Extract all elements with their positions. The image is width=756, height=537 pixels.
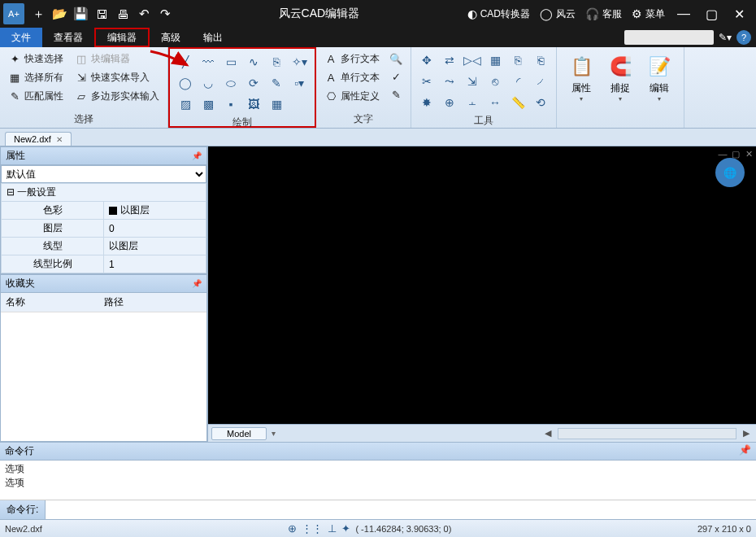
layout-dropdown-icon[interactable]: ▾	[272, 429, 276, 438]
props-section[interactable]: ⊟ 一般设置	[2, 184, 206, 202]
scroll-right-icon[interactable]: ▶	[740, 428, 753, 439]
favorites-body[interactable]	[1, 312, 206, 441]
menu-link[interactable]: ⚙菜单	[632, 7, 665, 21]
menu-viewer[interactable]: 查看器	[42, 28, 94, 47]
saveas-icon[interactable]: 🖫	[93, 5, 111, 23]
circle-tool[interactable]: ◯	[175, 73, 196, 93]
menu-output[interactable]: 输出	[192, 28, 234, 47]
image-tool[interactable]: 🖼	[243, 94, 264, 114]
app-logo[interactable]: A+	[3, 3, 24, 24]
menu-advanced[interactable]: 高级	[150, 28, 192, 47]
prop-val[interactable]: 0	[104, 220, 206, 238]
explode-tool[interactable]: ✸	[416, 93, 437, 112]
model-tab[interactable]: Model	[211, 427, 267, 440]
stretch-tool[interactable]: ↔	[484, 93, 506, 112]
prop-val[interactable]: 以图层	[104, 202, 206, 220]
pin-icon[interactable]: 📌	[739, 444, 751, 458]
align-tool[interactable]: ⫠	[462, 93, 483, 112]
text-extra1[interactable]: 🔍	[386, 50, 406, 67]
menu-file[interactable]: 文件	[0, 28, 42, 47]
table-tool[interactable]: ▦	[266, 94, 287, 114]
quick-select-button[interactable]: ✦快速选择	[5, 50, 67, 68]
snap-button[interactable]: 🧲 捕捉 ▾	[601, 50, 640, 113]
rotate-tool[interactable]: ⟳	[243, 73, 264, 93]
open-icon[interactable]: 📂	[50, 5, 68, 23]
block-editor-button[interactable]: ◫块编辑器	[72, 50, 163, 68]
quick-import-button[interactable]: ⇲快速实体导入	[72, 69, 163, 86]
text-extra2[interactable]: ✓	[386, 68, 406, 85]
scroll-left-icon[interactable]: ◀	[541, 428, 554, 439]
status-grid-icon[interactable]: ⋮⋮	[302, 522, 323, 535]
point-tool[interactable]: ▪	[220, 94, 241, 114]
command-history[interactable]: 选项 选项	[0, 461, 756, 500]
join-tool[interactable]: ⊕	[439, 93, 460, 112]
marker-tool[interactable]: ✎	[266, 73, 287, 93]
trim-tool[interactable]: ✂	[416, 72, 437, 91]
line-tool[interactable]: ╱	[175, 52, 196, 72]
move-tool[interactable]: ✥	[416, 50, 437, 70]
drawing-viewport[interactable]: ― ▢ ✕ 🌐	[208, 146, 756, 424]
edit-button[interactable]: 📝 编辑 ▾	[640, 50, 679, 113]
paste-tool[interactable]: ⎗	[530, 50, 551, 70]
brand-link[interactable]: ◯风云	[540, 7, 576, 21]
prop-val[interactable]: 1	[104, 255, 206, 273]
spline-tool[interactable]: ∿	[243, 52, 264, 72]
redo-icon[interactable]: ↷	[156, 5, 174, 23]
service-link[interactable]: 🎧客服	[585, 7, 622, 21]
scale-tool[interactable]: ⇲	[462, 72, 483, 91]
pin-icon[interactable]: 📌	[192, 279, 202, 288]
command-input[interactable]	[46, 502, 756, 518]
measure-tool[interactable]: 📏	[507, 93, 528, 112]
chamfer-tool[interactable]: ⟋	[530, 72, 551, 91]
horizontal-scrollbar[interactable]: ◀ ▶	[541, 428, 753, 439]
help-icon[interactable]: ?	[736, 30, 751, 45]
break-tool[interactable]: ⎋	[484, 72, 506, 91]
mtext-button[interactable]: A多行文本	[321, 50, 383, 68]
status-ortho-icon[interactable]: ⊥	[328, 522, 337, 535]
minimize-button[interactable]: ―	[671, 2, 696, 26]
offset-tool[interactable]: ⇄	[439, 50, 460, 70]
match-props-button[interactable]: ✎匹配属性	[5, 88, 67, 105]
new-icon[interactable]: ＋	[29, 5, 47, 23]
maximize-button[interactable]: ▢	[699, 2, 723, 26]
print-icon[interactable]: 🖶	[114, 5, 132, 23]
polyline-tool[interactable]: 〰	[198, 52, 219, 72]
rectangle-tool[interactable]: ▭	[220, 52, 241, 72]
arc-tool[interactable]: ◡	[198, 73, 219, 93]
extend-tool[interactable]: ⤳	[439, 72, 460, 91]
fillet-tool[interactable]: ◜	[507, 72, 528, 91]
menu-editor[interactable]: 编辑器	[94, 28, 150, 47]
text-extra3[interactable]: ✎	[386, 86, 406, 103]
mirror-tool[interactable]: ▷◁	[462, 50, 483, 70]
gradient-tool[interactable]: ▩	[198, 94, 219, 114]
undo-icon[interactable]: ↶	[135, 5, 153, 23]
properties-button[interactable]: 📋 属性 ▾	[562, 50, 601, 113]
insert-tool[interactable]: ⎘	[266, 52, 287, 72]
scroll-track[interactable]	[558, 428, 736, 439]
document-tab[interactable]: New2.dxf ✕	[5, 132, 72, 146]
pencil-icon[interactable]: ✎▾	[719, 32, 732, 43]
vp-close-icon[interactable]: ✕	[743, 148, 754, 159]
stext-button[interactable]: A单行文本	[321, 69, 383, 86]
hatch-tool[interactable]: ▨	[175, 94, 196, 114]
search-dropdown[interactable]	[624, 30, 714, 45]
ellipse-tool[interactable]: ⬭	[220, 73, 241, 93]
status-snap-icon[interactable]: ⊕	[288, 522, 297, 535]
attrdef-button[interactable]: ⎔属性定义	[321, 88, 383, 105]
array-tool[interactable]: ▦	[484, 50, 506, 70]
refresh-tool[interactable]: ⟲	[530, 93, 551, 112]
translate-badge-icon[interactable]: 🌐	[715, 158, 745, 187]
props-default-select[interactable]: 默认值	[1, 165, 206, 183]
block-tool[interactable]: ▫▾	[289, 73, 310, 93]
select-all-button[interactable]: ▦选择所有	[5, 69, 67, 86]
revision-tool[interactable]: ✧▾	[289, 52, 310, 72]
close-tab-icon[interactable]: ✕	[56, 135, 63, 144]
prop-val[interactable]: 以图层	[104, 238, 206, 255]
copy-tool[interactable]: ⎘	[507, 50, 528, 70]
save-icon[interactable]: 💾	[72, 5, 89, 23]
polygon-input-button[interactable]: ▱多边形实体输入	[72, 88, 163, 105]
close-button[interactable]: ✕	[727, 2, 751, 26]
pin-icon[interactable]: 📌	[192, 151, 202, 160]
status-polar-icon[interactable]: ✦	[341, 522, 350, 535]
cad-converter-link[interactable]: ◐CAD转换器	[467, 7, 530, 21]
